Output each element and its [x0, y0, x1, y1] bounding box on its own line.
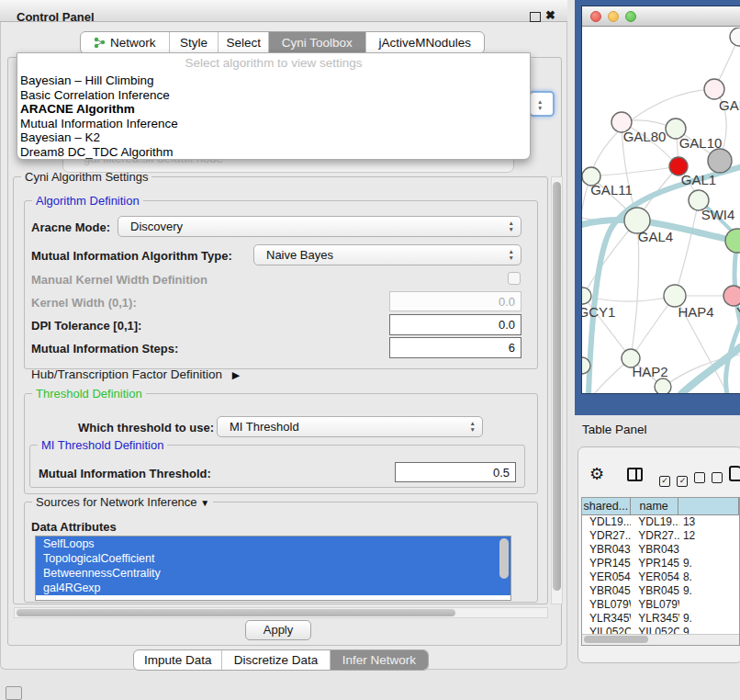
attribute-item-betweennesscentrality[interactable]: BetweennessCentrality: [36, 566, 510, 581]
app-root: Control Panel ✖ gal filtered.sif default…: [0, 0, 740, 700]
combo-arrows-icon: ▲▼: [470, 420, 476, 433]
data-attributes-label: Data Attributes: [31, 520, 117, 534]
kernel-width-field[interactable]: 0.0: [389, 291, 521, 311]
apply-button[interactable]: Apply: [245, 620, 311, 640]
algorithm-list: Bayesian – Hill ClimbingBasic Correlatio…: [17, 73, 530, 160]
algorithm-item-bayesian-k2[interactable]: Bayesian – K2: [17, 130, 530, 145]
sources-title[interactable]: Sources for Network Inference ▼: [32, 495, 213, 510]
table-row[interactable]: YBR043CYBR043C: [582, 543, 739, 557]
node-label-hap4: HAP4: [678, 304, 713, 320]
tab-discretize-data[interactable]: Discretize Data: [221, 650, 329, 670]
table-row[interactable]: YBL079WYBL079W: [582, 598, 739, 612]
close-traffic-light[interactable]: [590, 11, 601, 22]
mi-algorithm-type-label: Mutual Information Algorithm Type:: [31, 249, 232, 263]
focused-combo-fragment[interactable]: ▲▼: [529, 91, 555, 117]
algorithm-item-basic-correlation-inference[interactable]: Basic Correlation Inference: [17, 88, 530, 103]
manual-kernel-checkbox[interactable]: [508, 272, 521, 285]
data-attributes-list[interactable]: SelfLoopsTopologicalCoefficientBetweenne…: [35, 536, 511, 601]
node-label-gcy1: GCY1: [582, 304, 615, 320]
mi-steps-label: Mutual Information Steps:: [31, 342, 178, 356]
algorithm-item-dream8-dc-tdc-algorithm[interactable]: Dream8 DC_TDC Algorithm: [17, 145, 530, 160]
table-row[interactable]: YLR345WYLR345W9.: [582, 612, 739, 626]
tab-jactivemnodules[interactable]: jActiveMNodules: [365, 32, 484, 53]
attribute-item-selfloops[interactable]: SelfLoops: [36, 536, 510, 551]
network-node[interactable]: [708, 149, 732, 173]
v-scroll-thumb[interactable]: [553, 182, 561, 591]
tab-impute-data[interactable]: Impute Data: [134, 650, 221, 670]
table-cell: YBL079W: [582, 598, 631, 612]
columns-icon[interactable]: [627, 468, 643, 481]
network-window-titlebar[interactable]: [582, 6, 740, 27]
mi-threshold-field[interactable]: 0.5: [395, 462, 516, 482]
select-all-checks-icon[interactable]: ✓ ✓: [659, 470, 688, 487]
table-h-scroll-thumb[interactable]: [584, 636, 648, 643]
network-node-gal[interactable]: [704, 79, 724, 99]
minimize-traffic-light[interactable]: [608, 11, 619, 22]
hub-definition-toggle[interactable]: Hub/Transcription Factor Definition ▶: [31, 367, 240, 381]
zoom-traffic-light[interactable]: [625, 11, 636, 22]
algorithm-item-mutual-information-inference[interactable]: Mutual Information Inference: [17, 117, 530, 131]
table-cell: YER054C: [582, 570, 631, 584]
algorithm-item-aracne-algorithm[interactable]: ARACNE Algorithm: [17, 102, 530, 117]
network-edge[interactable]: [675, 200, 699, 296]
float-window-icon[interactable]: [530, 12, 541, 22]
attribute-item-topologicalcoefficient[interactable]: TopologicalCoefficient: [36, 551, 510, 566]
algorithm-dropdown-popup: Select algorithm to view settings Bayesi…: [17, 52, 531, 160]
column-header-name[interactable]: name: [631, 498, 678, 514]
network-node[interactable]: [725, 229, 740, 253]
column-header-cut[interactable]: [678, 498, 739, 514]
node-table: shared...name YDL19...YDL19...13YDR27...…: [581, 497, 740, 646]
table-row[interactable]: YIL052CYIL052C9: [582, 626, 739, 634]
settings-vertical-scrollbar[interactable]: [551, 176, 563, 604]
table-horizontal-scrollbar[interactable]: [582, 634, 739, 645]
attributes-list-scrollbar[interactable]: [499, 538, 509, 579]
table-row[interactable]: YBR045CYBR045C9.: [582, 584, 739, 598]
tab-select[interactable]: Select: [218, 32, 268, 53]
which-threshold-select[interactable]: MI Threshold ▲▼: [217, 416, 483, 437]
network-node-y[interactable]: [723, 286, 740, 306]
table-row[interactable]: YDR27...YDR27...12: [582, 529, 739, 543]
network-edge[interactable]: [726, 323, 740, 393]
table-cell: YBR043C: [631, 543, 679, 557]
column-header-shared...[interactable]: shared...: [582, 498, 631, 514]
mi-threshold-title: MI Threshold Definition: [38, 438, 167, 452]
mi-steps-field[interactable]: 6: [389, 337, 521, 358]
dpi-tolerance-field[interactable]: 0.0: [389, 314, 521, 335]
document-icon[interactable]: [729, 466, 740, 481]
table-row[interactable]: YER054CYER054C8.: [582, 570, 739, 584]
network-node[interactable]: [730, 28, 740, 46]
control-panel-title: Control Panel: [17, 8, 95, 26]
dpi-tolerance-label: DPI Tolerance [0,1]:: [31, 319, 141, 333]
node-label-y: Y: [736, 304, 740, 320]
algorithm-item-bayesian-hill-climbing[interactable]: Bayesian – Hill Climbing: [17, 73, 530, 88]
h-scroll-thumb[interactable]: [17, 609, 455, 616]
network-edge[interactable]: [591, 166, 678, 176]
gear-icon[interactable]: ⚙: [589, 466, 604, 482]
table-cell: [679, 598, 739, 612]
table-cell: YDR27...: [582, 529, 631, 543]
network-node-gcy1[interactable]: [582, 288, 591, 304]
manual-kernel-label: Manual Kernel Width Definition: [31, 273, 207, 287]
tab-style[interactable]: Style: [169, 32, 219, 53]
settings-horizontal-scrollbar[interactable]: [14, 607, 548, 618]
node-label-gal1: GAL1: [681, 172, 716, 187]
network-canvas[interactable]: GALGAL80GAL10GAL1GAL11SWI4GAL4GCY1YHAP4H…: [582, 28, 740, 393]
table-header-row: shared...name: [582, 498, 739, 515]
tab-label: Cyni Toolbox: [282, 36, 353, 50]
table-row[interactable]: YDL19...YDL19...13: [582, 515, 739, 529]
attribute-item-gal4rgexp[interactable]: gal4RGexp: [36, 581, 510, 595]
mi-algorithm-type-select[interactable]: Naive Bayes ▲▼: [253, 244, 521, 265]
tab-infer-network[interactable]: Infer Network: [330, 650, 428, 670]
node-label-gal11: GAL11: [590, 182, 633, 198]
tab-network[interactable]: Network: [81, 32, 169, 53]
deselect-all-checks-icon[interactable]: [694, 470, 723, 487]
cyni-bottom-tabbar: Impute DataDiscretize DataInfer Network: [133, 649, 429, 671]
aracne-mode-select[interactable]: Discovery ▲▼: [118, 216, 521, 237]
table-row[interactable]: YPR145WYPR145W9.: [582, 557, 739, 570]
tab-cyni-toolbox[interactable]: Cyni Toolbox: [268, 32, 365, 53]
node-label-hap2: HAP2: [632, 364, 667, 379]
close-icon[interactable]: ✖: [545, 8, 555, 23]
dock-mini-button[interactable]: [6, 686, 22, 700]
network-node[interactable]: [655, 378, 671, 393]
which-threshold-label: Which threshold to use:: [78, 421, 214, 435]
